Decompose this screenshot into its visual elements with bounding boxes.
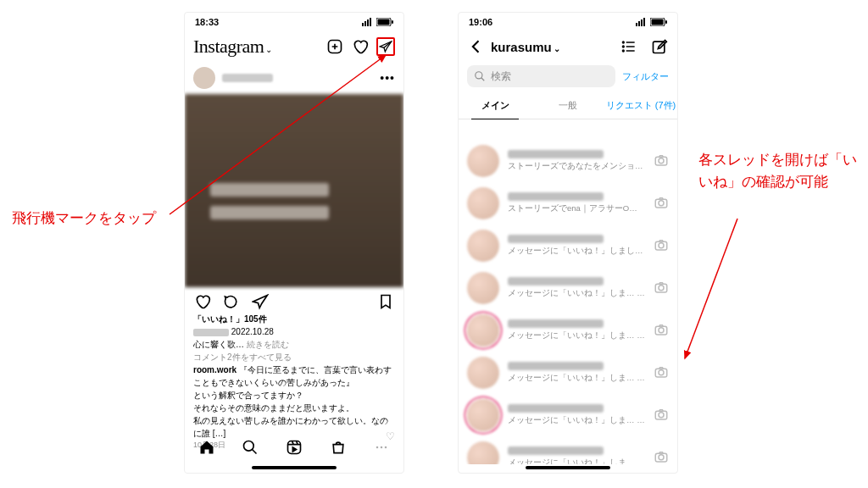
thread-username xyxy=(508,362,604,370)
thread-preview: メッセージに「いいね！」しました · 6日前 xyxy=(508,246,645,257)
thread-item[interactable]: ストーリーズであなたをメンショ… · 2日前 xyxy=(459,140,677,182)
post-more-icon[interactable]: ••• xyxy=(380,71,395,85)
comment-icon[interactable] xyxy=(222,292,241,311)
thread-avatar[interactable] xyxy=(467,441,499,464)
svg-line-35 xyxy=(481,78,485,81)
tab-general[interactable]: 一般 xyxy=(531,92,604,119)
share-icon[interactable] xyxy=(251,292,270,311)
camera-icon[interactable] xyxy=(654,237,669,254)
thread-avatar[interactable] xyxy=(467,399,499,431)
svg-point-41 xyxy=(659,243,664,248)
dm-username[interactable]: kurasumu⌄ xyxy=(491,40,560,54)
bookmark-icon[interactable] xyxy=(376,292,395,311)
dm-search-input[interactable]: 検索 xyxy=(467,65,615,87)
search-placeholder: 検索 xyxy=(491,69,511,84)
thread-avatar[interactable] xyxy=(467,314,499,347)
thread-username xyxy=(508,150,604,158)
like-icon[interactable] xyxy=(193,292,212,311)
tab-main[interactable]: メイン xyxy=(459,92,531,119)
thread-item[interactable]: ストーリーズでena｜アラサーO… · 6日前 xyxy=(459,182,677,225)
svg-point-43 xyxy=(659,286,664,291)
instagram-logo[interactable]: Instagram⌄ xyxy=(193,36,272,58)
svg-rect-2 xyxy=(367,19,369,26)
tab-requests[interactable]: リクエスト (7件) xyxy=(604,92,677,119)
svg-line-12 xyxy=(253,450,257,454)
svg-point-37 xyxy=(659,158,664,164)
comment-line-3: それならその意味のままだと思いますよ。 xyxy=(193,402,395,414)
svg-point-51 xyxy=(659,455,664,460)
thread-preview: メッセージに「いいね！」しま… · 2週間前 xyxy=(508,458,645,464)
svg-rect-1 xyxy=(364,21,366,26)
home-indicator xyxy=(252,466,337,469)
app-header: Instagram⌄ xyxy=(185,31,403,62)
bottom-tab-bar xyxy=(185,432,403,463)
svg-rect-5 xyxy=(378,19,390,25)
home-indicator xyxy=(526,466,610,469)
thread-item[interactable]: メッセージに「いいね！」しま… · 1週間前 xyxy=(459,394,677,436)
thread-item[interactable]: メッセージに「いいね！」しま… · 2週間前 xyxy=(459,436,677,464)
annotation-arrows xyxy=(0,0,868,488)
home-tab-icon[interactable] xyxy=(198,438,216,457)
thread-preview: ストーリーズでena｜アラサーO… · 6日前 xyxy=(508,203,645,214)
svg-point-45 xyxy=(659,328,664,333)
post-username[interactable] xyxy=(222,74,273,82)
camera-icon[interactable] xyxy=(654,364,669,381)
dm-tabs: メイン 一般 リクエスト (7件) xyxy=(459,92,677,119)
likes-count[interactable]: 「いいね！」105件 xyxy=(193,313,395,325)
camera-icon[interactable] xyxy=(654,449,669,464)
direct-message-icon[interactable] xyxy=(376,37,395,56)
camera-icon[interactable] xyxy=(654,322,669,339)
camera-icon[interactable] xyxy=(654,280,669,297)
list-icon[interactable] xyxy=(620,37,638,56)
annotation-right: 各スレッドを開けば「いいね」の確認が可能 xyxy=(698,149,860,192)
status-bar: 18:33 xyxy=(185,13,403,31)
thread-item[interactable]: メッセージに「いいね！」しま… · 1週間前 xyxy=(459,267,677,309)
thread-item[interactable]: メッセージに「いいね！」しました · 6日前 xyxy=(459,225,677,267)
svg-rect-26 xyxy=(665,20,667,24)
post-header[interactable]: ••• xyxy=(185,62,403,94)
reels-tab-icon[interactable] xyxy=(285,438,303,457)
svg-rect-23 xyxy=(643,18,645,26)
post-avatar[interactable] xyxy=(193,67,215,89)
dm-header: kurasumu⌄ xyxy=(459,31,677,62)
signal-icon xyxy=(362,18,374,26)
post-image[interactable] xyxy=(185,94,403,287)
profile-tab-icon[interactable] xyxy=(372,438,391,457)
svg-point-19 xyxy=(385,446,387,448)
new-post-icon[interactable] xyxy=(326,37,344,56)
thread-username xyxy=(508,235,604,243)
svg-point-49 xyxy=(659,413,664,418)
post-actions xyxy=(185,287,403,313)
phone-feed: 18:33 Instagram⌄ ••• 「いいね！」105件 2022.10.… xyxy=(184,12,404,474)
shop-tab-icon[interactable] xyxy=(329,438,348,457)
thread-avatar[interactable] xyxy=(467,145,499,177)
thread-avatar[interactable] xyxy=(467,357,499,389)
svg-point-31 xyxy=(623,46,625,47)
camera-icon[interactable] xyxy=(654,152,669,169)
thread-username xyxy=(508,192,604,201)
thread-avatar[interactable] xyxy=(467,230,499,262)
search-tab-icon[interactable] xyxy=(241,438,259,457)
thread-avatar[interactable] xyxy=(467,272,499,304)
svg-point-17 xyxy=(376,446,378,448)
activity-heart-icon[interactable] xyxy=(351,37,370,56)
read-more-link[interactable]: 続きを読む xyxy=(247,340,289,349)
camera-icon[interactable] xyxy=(654,407,669,424)
thread-item[interactable]: メッセージに「いいね！」しま… · 1週間前 xyxy=(459,309,677,352)
view-comments-link[interactable]: コメント2件をすべて見る xyxy=(193,351,395,363)
search-icon xyxy=(474,70,486,82)
svg-rect-3 xyxy=(370,18,371,26)
thread-preview: ストーリーズであなたをメンショ… · 2日前 xyxy=(508,161,645,172)
compose-icon[interactable] xyxy=(650,37,669,56)
svg-point-39 xyxy=(659,201,664,206)
thread-item[interactable]: メッセージに「いいね！」しま… · 1週間前 xyxy=(459,352,677,394)
svg-rect-20 xyxy=(636,23,637,26)
thread-preview: メッセージに「いいね！」しま… · 1週間前 xyxy=(508,373,645,384)
svg-rect-22 xyxy=(641,19,643,26)
comment-author[interactable]: room.work xyxy=(193,365,236,374)
thread-avatar[interactable] xyxy=(467,187,499,219)
back-icon[interactable] xyxy=(467,37,486,56)
filter-link[interactable]: フィルター xyxy=(622,70,669,83)
camera-icon[interactable] xyxy=(654,195,669,212)
thread-username xyxy=(508,277,604,286)
